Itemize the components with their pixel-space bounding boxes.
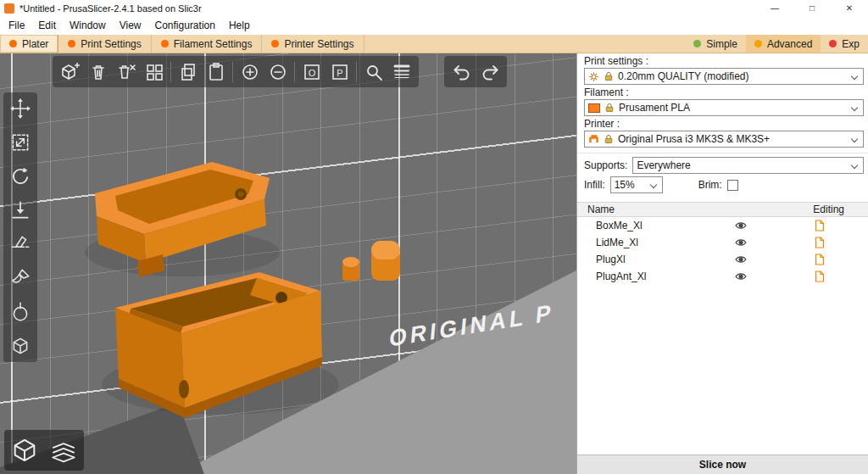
split-to-parts-icon[interactable]: P: [326, 58, 353, 86]
supports-label: Supports:: [584, 159, 627, 171]
menu-edit[interactable]: Edit: [31, 16, 63, 35]
move-icon[interactable]: [9, 98, 31, 120]
delete-all-icon[interactable]: [112, 58, 140, 86]
edit-settings-icon[interactable]: [815, 254, 825, 265]
tab-printer-settings[interactable]: Printer Settings: [262, 35, 364, 53]
copy-icon[interactable]: [174, 58, 202, 86]
tab-filament-settings[interactable]: Filament Settings: [152, 35, 263, 53]
tab-dot-icon: [9, 40, 17, 47]
object-row[interactable]: LidMe_Xl: [577, 234, 868, 251]
menu-help[interactable]: Help: [222, 16, 257, 35]
model-plug-small[interactable]: [342, 257, 359, 281]
eye-icon[interactable]: [735, 237, 747, 248]
menu-window[interactable]: Window: [63, 16, 113, 35]
gizmo-toolbar: [3, 92, 37, 362]
window-controls: — □ ✕: [756, 0, 868, 16]
print-settings-combo[interactable]: 0.20mm QUALITY (modified): [584, 68, 864, 85]
delete-object-icon[interactable]: [84, 58, 112, 86]
titlebar: *Untitled - PrusaSlicer-2.4.1 based on S…: [0, 0, 868, 16]
undo-icon[interactable]: [448, 58, 476, 86]
close-button[interactable]: ✕: [831, 0, 868, 16]
eye-icon[interactable]: [735, 254, 747, 265]
cut-icon[interactable]: [9, 233, 31, 255]
mode-label: Exp: [842, 38, 860, 50]
settings-sidebar: Print settings : 0.20mm QUALITY (modifie…: [576, 53, 868, 474]
tab-bar: Plater Print Settings Filament Settings …: [0, 35, 868, 53]
menu-configuration[interactable]: Configuration: [148, 16, 222, 35]
object-list: Name Editing BoxMe_Xl LidMe_Xl: [577, 202, 868, 285]
mode-dot-icon: [829, 40, 837, 47]
seam-painting-icon[interactable]: [9, 301, 31, 323]
rotate-icon[interactable]: [9, 165, 31, 187]
paint-on-supports-icon[interactable]: [9, 267, 31, 289]
brim-label: Brim:: [698, 179, 722, 191]
eye-icon[interactable]: [735, 270, 747, 282]
model-plug-large[interactable]: [371, 241, 400, 281]
object-row[interactable]: PlugXl: [577, 251, 868, 268]
arrange-icon[interactable]: [140, 58, 168, 86]
prusaslicer-window: *Untitled - PrusaSlicer-2.4.1 based on S…: [0, 0, 868, 474]
window-title: *Untitled - PrusaSlicer-2.4.1 based on S…: [19, 3, 202, 14]
undo-redo-toolbar: [444, 56, 507, 87]
edit-settings-icon[interactable]: [815, 237, 825, 248]
lock-icon: [604, 71, 614, 81]
object-row[interactable]: PlugAnt_Xl: [577, 268, 868, 285]
toolbar-separator: [294, 62, 295, 82]
svg-text:P: P: [337, 67, 342, 77]
menu-view[interactable]: View: [113, 16, 148, 35]
slice-now-button[interactable]: Slice now: [577, 454, 868, 474]
printer-combo[interactable]: Original Prusa i3 MK3S & MK3S+: [584, 131, 864, 148]
paste-icon[interactable]: [202, 58, 230, 86]
top-toolbar: O P: [53, 56, 419, 87]
print-settings-value: 0.20mm QUALITY (modified): [618, 70, 749, 82]
plater-3d-viewport[interactable]: ORIGINAL P: [0, 53, 576, 474]
mode-dot-icon: [693, 40, 701, 47]
chevron-down-icon: [851, 73, 858, 80]
tab-dot-icon: [271, 40, 279, 47]
minimize-button[interactable]: —: [756, 0, 793, 16]
remove-instance-icon[interactable]: [264, 58, 292, 86]
mode-advanced[interactable]: Advanced: [746, 35, 821, 53]
supports-combo[interactable]: Everywhere: [632, 157, 864, 174]
preview-view-icon[interactable]: [47, 433, 81, 467]
print-settings-label: Print settings :: [577, 53, 868, 68]
chevron-down-icon: [649, 181, 656, 188]
tab-dot-icon: [161, 40, 169, 47]
object-name: PlugAnt_Xl: [596, 270, 646, 282]
tab-plater[interactable]: Plater: [0, 35, 58, 53]
object-row[interactable]: BoxMe_Xl: [577, 217, 868, 234]
mode-expert[interactable]: Exp: [821, 35, 868, 53]
menu-bar: File Edit Window View Configuration Help: [0, 16, 868, 35]
filament-combo[interactable]: Prusament PLA: [584, 99, 864, 116]
printer-value: Original Prusa i3 MK3S & MK3S+: [618, 133, 770, 145]
chevron-down-icon: [851, 161, 858, 168]
mode-label: Simple: [706, 38, 737, 50]
search-icon[interactable]: [359, 58, 387, 86]
lock-icon: [604, 134, 614, 144]
place-on-face-icon[interactable]: [9, 199, 31, 221]
edit-settings-icon[interactable]: [815, 220, 825, 231]
add-object-icon[interactable]: [56, 58, 84, 86]
maximize-button[interactable]: □: [793, 0, 831, 16]
mode-simple[interactable]: Simple: [685, 35, 746, 53]
eye-icon[interactable]: [735, 220, 747, 231]
redo-icon[interactable]: [476, 58, 504, 86]
edit-settings-icon[interactable]: [815, 270, 825, 282]
add-instance-icon[interactable]: [236, 58, 264, 86]
split-to-objects-icon[interactable]: O: [298, 58, 326, 86]
object-name: PlugXl: [596, 254, 626, 265]
variable-layer-height-icon[interactable]: [387, 58, 415, 86]
model-objects[interactable]: [0, 53, 576, 474]
mmu-painting-icon[interactable]: [9, 335, 31, 357]
column-name: Name: [587, 204, 615, 215]
toolbar-separator: [170, 62, 171, 82]
tab-label: Printer Settings: [284, 38, 353, 50]
tab-print-settings[interactable]: Print Settings: [58, 35, 151, 53]
scale-icon[interactable]: [9, 131, 31, 153]
column-editing: Editing: [813, 204, 844, 215]
menu-file[interactable]: File: [2, 16, 31, 35]
svg-text:O: O: [308, 67, 315, 77]
infill-combo[interactable]: 15%: [610, 176, 663, 193]
brim-checkbox[interactable]: [727, 180, 738, 191]
3d-editor-view-icon[interactable]: [8, 433, 42, 467]
